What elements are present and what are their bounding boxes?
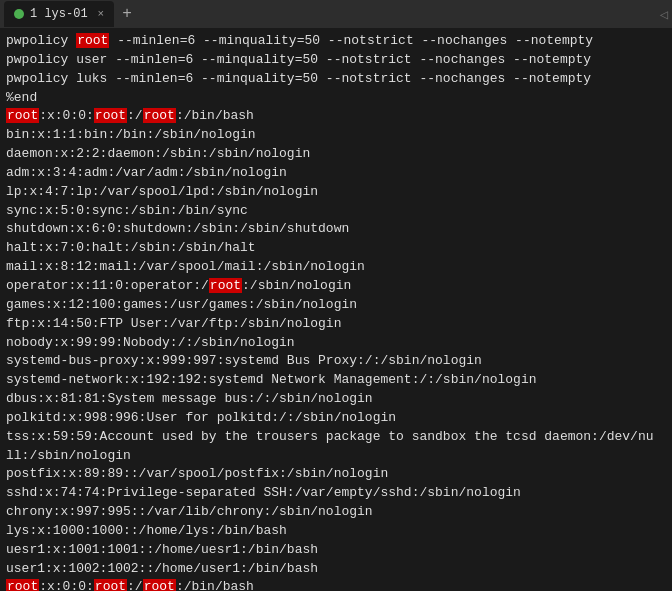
terminal-line: games:x:12:100:games:/usr/games:/sbin/no… [6,296,666,315]
terminal-line: sync:x:5:0:sync:/sbin:/bin/sync [6,202,666,221]
terminal-line: pwpolicy user --minlen=6 --minquality=50… [6,51,666,70]
highlight-root: root [209,278,242,293]
terminal-line: root:x:0:0:root:/root:/bin/bash [6,107,666,126]
terminal-line: shutdown:x:6:0:shutdown:/sbin:/sbin/shut… [6,220,666,239]
highlight-root: root [6,579,39,591]
terminal-line: polkitd:x:998:996:User for polkitd:/:/sb… [6,409,666,428]
terminal-line: tss:x:59:59:Account used by the trousers… [6,428,666,447]
terminal-line: bin:x:1:1:bin:/bin:/sbin/nologin [6,126,666,145]
tab-close-button[interactable]: × [98,8,105,20]
terminal-line: halt:x:7:0:halt:/sbin:/sbin/halt [6,239,666,258]
terminal-line: operator:x:11:0:operator:/root:/sbin/nol… [6,277,666,296]
highlight-root: root [76,33,109,48]
terminal-line: uesr1:x:1001:1001::/home/uesr1:/bin/bash [6,541,666,560]
tab-status-dot [14,9,24,19]
terminal-line: pwpolicy root --minlen=6 --minquality=50… [6,32,666,51]
terminal-line: adm:x:3:4:adm:/var/adm:/sbin/nologin [6,164,666,183]
highlight-root: root [143,579,176,591]
highlight-root: root [143,108,176,123]
terminal-line: chrony:x:997:995::/var/lib/chrony:/sbin/… [6,503,666,522]
tab-label: 1 lys-01 [30,7,88,21]
tab-bar: 1 lys-01 × + ◁ [0,0,672,28]
terminal-line: lys:x:1000:1000::/home/lys:/bin/bash [6,522,666,541]
terminal-line: sshd:x:74:74:Privilege-separated SSH:/va… [6,484,666,503]
terminal-line: %end [6,89,666,108]
terminal-window: 1 lys-01 × + ◁ pwpolicy root --minlen=6 … [0,0,672,591]
terminal-line: postfix:x:89:89::/var/spool/postfix:/sbi… [6,465,666,484]
terminal-body[interactable]: pwpolicy root --minlen=6 --minquality=50… [0,28,672,591]
terminal-line: systemd-network:x:192:192:systemd Networ… [6,371,666,390]
terminal-line: root:x:0:0:root:/root:/bin/bash [6,578,666,591]
highlight-root: root [94,579,127,591]
terminal-line: lp:x:4:7:lp:/var/spool/lpd:/sbin/nologin [6,183,666,202]
terminal-line: systemd-bus-proxy:x:999:997:systemd Bus … [6,352,666,371]
tab-scroll-icon: ◁ [660,6,668,23]
terminal-line: nobody:x:99:99:Nobody:/:/sbin/nologin [6,334,666,353]
terminal-line: dbus:x:81:81:System message bus:/:/sbin/… [6,390,666,409]
terminal-line: ll:/sbin/nologin [6,447,666,466]
highlight-root: root [94,108,127,123]
terminal-line: daemon:x:2:2:daemon:/sbin:/sbin/nologin [6,145,666,164]
terminal-line: user1:x:1002:1002::/home/user1:/bin/bash [6,560,666,579]
terminal-line: mail:x:8:12:mail:/var/spool/mail:/sbin/n… [6,258,666,277]
new-tab-button[interactable]: + [114,5,140,23]
highlight-root: root [6,108,39,123]
terminal-line: pwpolicy luks --minlen=6 --minquality=50… [6,70,666,89]
terminal-line: ftp:x:14:50:FTP User:/var/ftp:/sbin/nolo… [6,315,666,334]
active-tab[interactable]: 1 lys-01 × [4,1,114,27]
